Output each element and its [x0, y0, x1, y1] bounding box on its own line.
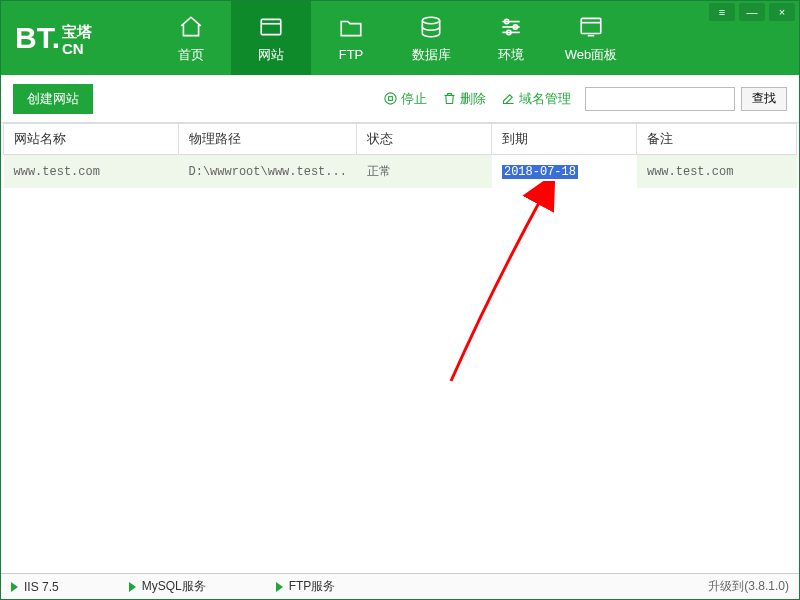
search-button[interactable]: 查找 [741, 87, 787, 111]
edit-icon [500, 91, 516, 107]
nav-ftp[interactable]: FTP [311, 1, 391, 75]
delete-action[interactable]: 删除 [441, 90, 486, 108]
nav-home[interactable]: 首页 [151, 1, 231, 75]
nav-ftp-label: FTP [339, 47, 364, 62]
logo-dot: . [52, 21, 60, 54]
svg-point-12 [384, 93, 395, 104]
svg-point-2 [422, 17, 439, 24]
nav-env-label: 环境 [498, 46, 524, 64]
status-mysql[interactable]: MySQL服务 [129, 578, 206, 595]
site-table: 网站名称 物理路径 状态 到期 备注 www.test.com D:\wwwro… [3, 123, 797, 188]
delete-label: 删除 [460, 90, 486, 108]
table-header-row: 网站名称 物理路径 状态 到期 备注 [4, 124, 797, 155]
nav-env[interactable]: 环境 [471, 1, 551, 75]
domain-mgmt-label: 域名管理 [519, 90, 571, 108]
statusbar: IIS 7.5 MySQL服务 FTP服务 升级到(3.8.1.0) [1, 573, 799, 599]
stop-label: 停止 [401, 90, 427, 108]
toolbar: 创建网站 停止 删除 域名管理 查找 [1, 75, 799, 123]
domain-mgmt-action[interactable]: 域名管理 [500, 90, 571, 108]
col-name[interactable]: 网站名称 [4, 124, 179, 155]
col-status[interactable]: 状态 [357, 124, 492, 155]
sliders-icon [497, 13, 525, 41]
svg-rect-9 [581, 18, 601, 33]
website-icon [257, 13, 285, 41]
svg-rect-13 [388, 97, 392, 101]
col-path[interactable]: 物理路径 [179, 124, 357, 155]
nav-database[interactable]: 数据库 [391, 1, 471, 75]
database-icon [417, 13, 445, 41]
nav-home-label: 首页 [178, 46, 204, 64]
status-mysql-label: MySQL服务 [142, 578, 206, 595]
upgrade-link[interactable]: 升级到(3.8.1.0) [708, 578, 789, 595]
table-row[interactable]: www.test.com D:\wwwroot\www.test... 正常 2… [4, 155, 797, 189]
status-ftp[interactable]: FTP服务 [276, 578, 336, 595]
nav-webpanel[interactable]: Web面板 [551, 1, 631, 75]
menu-button[interactable]: ≡ [709, 3, 735, 21]
cell-name: www.test.com [4, 155, 179, 189]
cell-expire[interactable]: 2018-07-18 [492, 155, 637, 189]
annotation-arrow [431, 181, 591, 401]
play-icon [129, 582, 136, 592]
site-table-wrap: 网站名称 物理路径 状态 到期 备注 www.test.com D:\wwwro… [1, 123, 799, 188]
nav-website[interactable]: 网站 [231, 1, 311, 75]
minimize-button[interactable]: — [739, 3, 765, 21]
panel-icon [577, 13, 605, 41]
play-icon [276, 582, 283, 592]
create-site-button[interactable]: 创建网站 [13, 84, 93, 114]
window-controls: ≡ — × [709, 1, 799, 23]
app-header: BT. 宝塔 CN 首页 网站 FTP 数 [1, 1, 799, 75]
col-remark[interactable]: 备注 [637, 124, 797, 155]
logo: BT. 宝塔 CN [1, 1, 151, 75]
nav-webpanel-label: Web面板 [565, 46, 618, 64]
cell-status: 正常 [357, 155, 492, 189]
nav-database-label: 数据库 [412, 46, 451, 64]
logo-bt: BT [15, 21, 52, 54]
status-iis[interactable]: IIS 7.5 [11, 580, 59, 594]
close-button[interactable]: × [769, 3, 795, 21]
trash-icon [441, 91, 457, 107]
svg-rect-0 [261, 19, 281, 34]
cell-path: D:\wwwroot\www.test... [179, 155, 357, 189]
stop-action[interactable]: 停止 [382, 90, 427, 108]
stop-icon [382, 91, 398, 107]
expire-value: 2018-07-18 [502, 165, 578, 179]
home-icon [177, 13, 205, 41]
status-ftp-label: FTP服务 [289, 578, 336, 595]
nav-website-label: 网站 [258, 46, 284, 64]
search-input[interactable] [585, 87, 735, 111]
logo-zh: 宝塔 [62, 24, 92, 39]
col-expire[interactable]: 到期 [492, 124, 637, 155]
cell-remark: www.test.com [637, 155, 797, 189]
folder-icon [337, 14, 365, 42]
status-iis-label: IIS 7.5 [24, 580, 59, 594]
logo-cn: CN [62, 41, 92, 56]
play-icon [11, 582, 18, 592]
main-nav: 首页 网站 FTP 数据库 环境 [151, 1, 631, 75]
